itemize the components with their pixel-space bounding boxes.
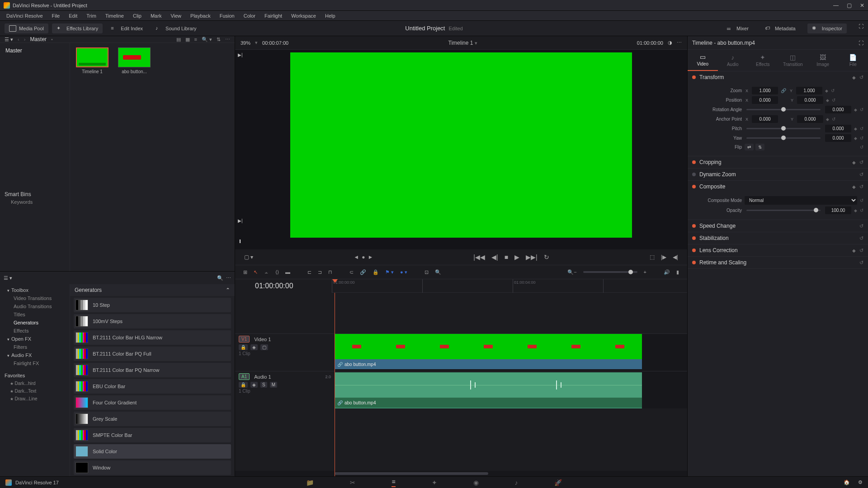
crop-kf[interactable]: ◆	[852, 160, 856, 165]
rotation-slider[interactable]	[746, 109, 821, 110]
audio-icon[interactable]: 🔊	[664, 269, 670, 275]
rot-kf[interactable]: ◆	[854, 108, 857, 112]
cat-generators[interactable]: Generators	[0, 319, 70, 327]
fav-1[interactable]: Dark...Text	[0, 387, 70, 395]
first-frame-button[interactable]: |◀◀	[473, 253, 485, 261]
comp-kf[interactable]: ◆	[852, 184, 856, 189]
page-media[interactable]: 📁	[306, 479, 314, 486]
zoom-link-icon[interactable]: 🔗	[781, 88, 786, 93]
captions-tool[interactable]: ⊡	[425, 269, 429, 275]
zoom-out-button[interactable]: 🔍−	[567, 269, 576, 275]
zoom-dropdown[interactable]: ▾	[255, 40, 258, 46]
lock-tool[interactable]: 🔒	[373, 269, 379, 275]
next-edit-button[interactable]: ►	[368, 254, 373, 260]
play-button[interactable]: ▶	[514, 253, 519, 261]
thumbnail-view-icon[interactable]: ▦	[185, 37, 190, 42]
menu-fusion[interactable]: Fusion	[216, 12, 238, 19]
cat-video-transitions[interactable]: Video Transitions	[0, 294, 70, 302]
snap-tool[interactable]: ⊂	[349, 269, 354, 275]
breadcrumb-master[interactable]: Master	[30, 36, 47, 42]
opacity-slider[interactable]	[746, 210, 821, 211]
list-view-icon[interactable]: ≡	[194, 37, 197, 42]
home-icon[interactable]: 🏠	[844, 479, 850, 485]
menu-fairlight[interactable]: Fairlight	[261, 12, 286, 19]
step-out-icon[interactable]: ▶|	[238, 52, 243, 57]
crop-reset[interactable]: ↺	[859, 160, 863, 165]
a1-badge[interactable]: A1	[239, 373, 250, 380]
v1-disable[interactable]: ▢	[260, 344, 268, 350]
opacity-kf[interactable]: ◆	[854, 208, 857, 213]
mode-reset[interactable]: ↺	[860, 198, 863, 203]
section-transform[interactable]: Transform◆↺	[688, 71, 868, 83]
close-button[interactable]: ✕	[860, 2, 864, 9]
stab-reset[interactable]: ↺	[859, 235, 863, 241]
opacity-reset[interactable]: ↺	[860, 208, 863, 213]
anchor-y-input[interactable]	[797, 115, 823, 123]
section-retime[interactable]: Retime and Scaling↺	[688, 257, 868, 268]
toggle-mixer[interactable]: ⚌Mixer	[722, 23, 753, 33]
generator-item[interactable]: Grey Scale	[74, 412, 231, 426]
menu-davinci[interactable]: DaVinci Resolve	[3, 12, 47, 19]
yaw-reset[interactable]: ↺	[860, 136, 863, 141]
flip-v-button[interactable]: ⇅	[755, 144, 764, 150]
clip-timeline1[interactable]: Timeline 1	[75, 47, 110, 74]
menu-view[interactable]: View	[167, 12, 185, 19]
cat-filters[interactable]: Filters	[0, 343, 70, 351]
section-lens-correction[interactable]: Lens Correction◆↺	[688, 244, 868, 256]
overlay-mode[interactable]: ▢ ▾	[244, 254, 253, 260]
composite-mode-select[interactable]: Normal	[745, 196, 857, 205]
nav-back[interactable]: ‹	[18, 37, 19, 42]
page-fusion[interactable]: ✦	[432, 479, 437, 486]
metadata-view-icon[interactable]: ▤	[176, 37, 181, 42]
menu-edit[interactable]: Edit	[65, 12, 81, 19]
prev-edit-button[interactable]: ◄	[354, 254, 359, 260]
a1-lock[interactable]: 🔒	[239, 382, 248, 388]
cat-fairlightfx[interactable]: Fairlight FX	[0, 359, 70, 367]
effects-search-icon[interactable]: 🔍	[217, 275, 223, 281]
menu-workspace[interactable]: Workspace	[288, 12, 320, 19]
generator-item[interactable]: BT.2111 Color Bar HLG Narrow	[74, 330, 231, 345]
toggle-inspector[interactable]: ✱Inspector	[807, 23, 847, 33]
nav-fwd[interactable]: ›	[24, 37, 26, 42]
replace-clip-tool[interactable]: ⊓	[328, 269, 332, 275]
timeline-ruler[interactable]: 01:00:00:00 01:00:04:00	[332, 279, 687, 293]
meter-icon[interactable]: ▮	[676, 269, 679, 275]
section-composite[interactable]: Composite◆↺	[688, 181, 868, 192]
toggle-media-pool[interactable]: Media Pool	[5, 23, 48, 33]
cat-titles[interactable]: Titles	[0, 310, 70, 319]
pitch-slider[interactable]	[746, 128, 821, 129]
v1-lock[interactable]: 🔒	[239, 344, 248, 350]
menu-clip[interactable]: Clip	[129, 12, 145, 19]
generator-item[interactable]: BT.2111 Color Bar PQ Full	[74, 347, 231, 361]
fav-0[interactable]: Dark...hird	[0, 380, 70, 387]
rot-reset[interactable]: ↺	[860, 107, 863, 112]
rotation-input[interactable]	[825, 106, 851, 113]
generator-item[interactable]: EBU Color Bar	[74, 379, 231, 394]
cat-audio-transitions[interactable]: Audio Transitions	[0, 302, 70, 310]
anchor-reset[interactable]: ↺	[832, 117, 835, 122]
generator-item[interactable]: 100mV Steps	[74, 314, 231, 328]
expand-icon[interactable]: ⛶	[859, 23, 863, 33]
viewer[interactable]: ▶| ▶|	[235, 50, 687, 249]
effects-more-icon[interactable]: ⋯	[226, 275, 231, 281]
next-frame-button[interactable]: |▶	[661, 254, 666, 260]
selection-tool[interactable]: ↖	[254, 269, 258, 275]
section-stabilization[interactable]: Stabilization↺	[688, 232, 868, 244]
pitch-reset[interactable]: ↺	[860, 126, 863, 131]
yaw-kf[interactable]: ◆	[854, 136, 857, 141]
v1-badge[interactable]: V1	[239, 336, 250, 343]
toggle-metadata[interactable]: 🏷Metadata	[760, 23, 800, 33]
maximize-button[interactable]: ▢	[847, 2, 852, 9]
flag-tool[interactable]: ⚑ ▾	[385, 269, 394, 275]
a1-solo[interactable]: S	[260, 382, 267, 388]
cat-toolbox[interactable]: Toolbox	[0, 286, 70, 294]
tab-image[interactable]: 🖼Image	[808, 50, 838, 71]
last-frame-button[interactable]: ▶▶|	[526, 253, 538, 261]
overwrite-clip-tool[interactable]: ⊐	[318, 269, 322, 275]
menu-mark[interactable]: Mark	[147, 12, 165, 19]
toggle-edit-index[interactable]: ≡Edit Index	[106, 23, 147, 33]
minimize-button[interactable]: —	[833, 2, 839, 9]
flip-h-button[interactable]: ⇄	[745, 144, 754, 150]
page-fairlight[interactable]: ♪	[515, 479, 518, 486]
pos-x-input[interactable]	[752, 96, 778, 104]
